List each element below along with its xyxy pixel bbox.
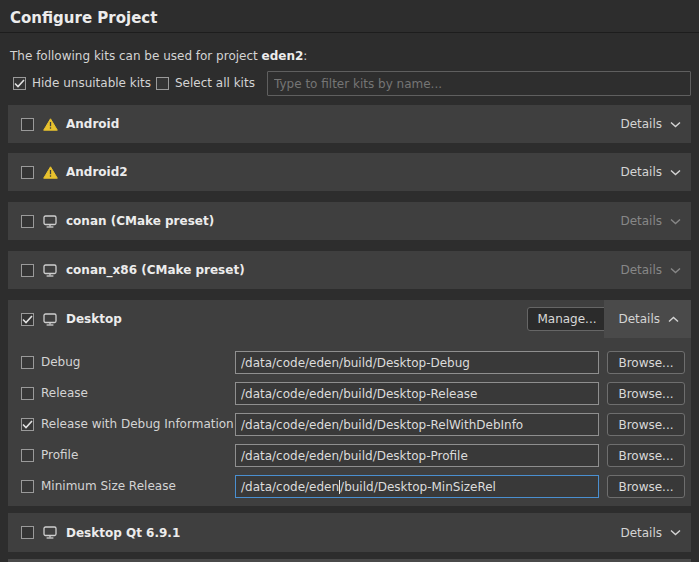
configure-project-page: Configure Project The following kits can…: [0, 0, 699, 562]
warning-icon: [42, 166, 58, 179]
title-separator: [0, 32, 699, 33]
details-label: Details: [620, 214, 662, 228]
build-dir-input-profile[interactable]: [235, 444, 599, 467]
browse-button[interactable]: Browse...: [607, 475, 685, 498]
kits-info-suffix: :: [303, 49, 307, 63]
kit-name: Desktop: [66, 312, 122, 326]
config-row-relwithdebinfo: Release with Debug Information Browse...: [8, 413, 691, 436]
hide-unsuitable-label: Hide unsuitable kits: [32, 76, 151, 90]
config-label: Release with Debug Information: [41, 417, 234, 431]
kit-name: Android: [66, 117, 119, 131]
desktop-icon: [42, 526, 58, 539]
path-before-caret: /data/code/eden: [241, 480, 339, 494]
details-button[interactable]: Details: [610, 105, 691, 143]
details-button[interactable]: Details: [610, 513, 691, 552]
details-label: Details: [618, 312, 660, 326]
config-row-profile: Profile Browse...: [8, 444, 691, 467]
chevron-up-icon: [668, 316, 679, 323]
chevron-down-icon: [670, 121, 681, 128]
build-dir-input-release[interactable]: [235, 382, 599, 405]
details-label: Details: [620, 165, 662, 179]
chevron-down-icon: [670, 169, 681, 176]
details-button[interactable]: Details: [610, 153, 691, 191]
config-row-minsizerel: Minimum Size Release /data/code/eden/bui…: [8, 475, 691, 498]
kit-name: Desktop Qt 6.9.1: [66, 526, 180, 540]
chevron-down-icon: [670, 267, 681, 274]
desktop-icon: [42, 264, 58, 277]
chevron-down-icon: [670, 529, 681, 536]
details-button[interactable]: Details: [604, 300, 691, 338]
page-title: Configure Project: [10, 9, 157, 27]
kit-checkbox[interactable]: [21, 118, 34, 131]
details-label: Details: [620, 263, 662, 277]
config-label: Minimum Size Release: [41, 479, 176, 493]
kit-name: Android2: [66, 165, 128, 179]
browse-button[interactable]: Browse...: [607, 351, 685, 374]
details-label: Details: [620, 117, 662, 131]
config-row-debug: Debug Browse...: [8, 351, 691, 374]
kit-checkbox[interactable]: [21, 313, 34, 326]
kit-left: Android2: [8, 153, 128, 191]
details-button[interactable]: Details: [610, 202, 691, 240]
config-checkbox[interactable]: [21, 449, 34, 462]
kit-row-conan-x86: conan_x86 (CMake preset) Details: [8, 251, 691, 289]
config-label: Release: [41, 386, 88, 400]
kit-row-android2: Android2 Details: [8, 153, 691, 191]
kit-checkbox[interactable]: [21, 526, 34, 539]
kit-checkbox[interactable]: [21, 264, 34, 277]
kit-name: conan (CMake preset): [66, 214, 214, 228]
path-after-caret: /build/Desktop-MinSizeRel: [340, 480, 496, 494]
select-all-checkbox[interactable]: Select all kits: [156, 75, 255, 91]
kit-left: conan_x86 (CMake preset): [8, 251, 245, 289]
kit-row-conan: conan (CMake preset) Details: [8, 202, 691, 240]
kit-left: Android: [8, 105, 119, 143]
select-all-label: Select all kits: [175, 76, 255, 90]
browse-button[interactable]: Browse...: [607, 382, 685, 405]
build-dir-input-relwithdebinfo[interactable]: [235, 413, 599, 436]
kit-left: Desktop Qt 6.9.1: [8, 513, 180, 552]
checkbox-unchecked-icon: [156, 77, 169, 90]
chevron-down-icon: [670, 218, 681, 225]
config-checkbox[interactable]: [21, 418, 34, 431]
details-label: Details: [620, 526, 662, 540]
kit-left: conan (CMake preset): [8, 202, 214, 240]
browse-button[interactable]: Browse...: [607, 444, 685, 467]
kit-row-desktop: Desktop Manage... Details Debug Browse..…: [8, 300, 691, 506]
config-checkbox[interactable]: [21, 480, 34, 493]
build-dir-input-minsizerel[interactable]: /data/code/eden/build/Desktop-MinSizeRel: [235, 475, 599, 498]
build-dir-input-debug[interactable]: [235, 351, 599, 374]
config-checkbox[interactable]: [21, 387, 34, 400]
kit-row-desktop-qt-691: Desktop Qt 6.9.1 Details: [8, 513, 691, 552]
kits-info-prefix: The following kits can be used for proje…: [10, 49, 262, 63]
kit-checkbox[interactable]: [21, 166, 34, 179]
kit-left: Desktop: [8, 300, 122, 338]
manage-button[interactable]: Manage...: [527, 307, 607, 331]
config-label: Profile: [41, 448, 78, 462]
project-name: eden2: [262, 49, 304, 63]
browse-button[interactable]: Browse...: [607, 413, 685, 436]
details-button[interactable]: Details: [610, 251, 691, 289]
desktop-icon: [42, 313, 58, 326]
desktop-icon: [42, 215, 58, 228]
kits-info-text: The following kits can be used for proje…: [10, 49, 307, 63]
config-row-release: Release Browse...: [8, 382, 691, 405]
config-label: Debug: [41, 355, 80, 369]
hide-unsuitable-checkbox[interactable]: Hide unsuitable kits: [13, 75, 151, 91]
kit-row-android: Android Details: [8, 105, 691, 143]
filter-input[interactable]: [267, 71, 691, 96]
kit-checkbox[interactable]: [21, 215, 34, 228]
checkbox-checked-icon: [13, 77, 26, 90]
warning-icon: [42, 118, 58, 131]
kit-name: conan_x86 (CMake preset): [66, 263, 245, 277]
config-checkbox[interactable]: [21, 356, 34, 369]
